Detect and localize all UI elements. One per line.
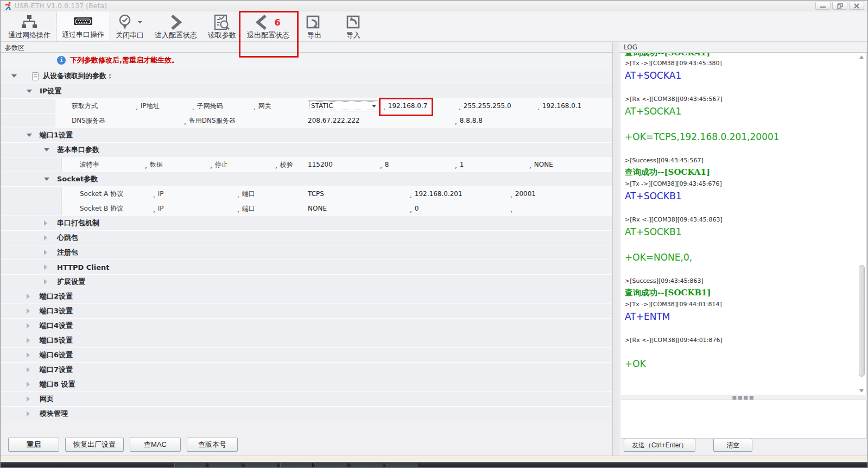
log-button-0[interactable]: 发送（Ctrl+Enter） <box>624 439 695 452</box>
tree-group-row[interactable]: 心跳包 <box>1 231 612 245</box>
log-scrollbar[interactable] <box>858 54 865 394</box>
chevron-collapsed-icon[interactable] <box>44 250 47 255</box>
log-input-splitter[interactable]: ■■■■ <box>619 395 867 400</box>
param-label: Socket B 协议 <box>80 204 153 213</box>
tree-group-row[interactable]: 网页 <box>1 392 612 407</box>
tree-group-row[interactable]: Socket参数 <box>1 172 612 187</box>
chevron-collapsed-icon[interactable] <box>44 279 47 284</box>
log-line-gap <box>625 324 858 335</box>
param-value[interactable]: 192.168.0.201 <box>410 190 510 198</box>
params-button-3[interactable]: 查版本号 <box>187 438 238 452</box>
clipped-text: 查询成功--[SOCKA1] <box>625 53 858 58</box>
scroll-up-icon[interactable] <box>859 55 864 59</box>
tree-root-label: 从设备读取到的参数： <box>43 71 113 81</box>
chevron-collapsed-icon[interactable] <box>44 220 47 226</box>
chevron-down-icon[interactable] <box>372 105 376 107</box>
tree-group-row[interactable]: 模块管理 <box>1 407 612 421</box>
tree-group-row[interactable]: 端口8 设置 <box>1 377 612 392</box>
tree-group-label: 模块管理 <box>40 409 68 419</box>
param-value[interactable]: 20001 <box>510 190 536 198</box>
window-title: USR-ETH V1.0.0.137 (Beta) <box>15 2 107 10</box>
chevron-collapsed-icon[interactable] <box>27 396 30 402</box>
chevron-down-icon[interactable] <box>138 21 142 23</box>
chevron-collapsed-icon[interactable] <box>44 264 47 270</box>
param-row: 获取方式IP地址子网掩码网关STATIC192.168.0.7255.255.2… <box>1 99 612 113</box>
restore-button[interactable] <box>832 2 847 10</box>
param-value[interactable]: 208.67.222.222 <box>308 117 455 124</box>
chevron-collapsed-icon[interactable] <box>27 338 30 343</box>
chevron-collapsed-icon[interactable] <box>27 367 30 372</box>
tree-group-row[interactable]: 注册包 <box>1 245 612 260</box>
serial-port-icon <box>73 13 93 30</box>
toolbar-button-import[interactable]: 导入 <box>334 11 373 41</box>
log-line-clip: 查询成功--[SOCKA1] <box>625 53 858 58</box>
params-button-1[interactable]: 恢复出厂设置 <box>65 438 124 452</box>
tree-group-row[interactable]: 端口7设置 <box>1 363 612 377</box>
param-value[interactable]: NONE <box>529 161 553 168</box>
tree-group-label: 端口4设置 <box>40 321 73 331</box>
log-line-rx: AT+SOCKA1 <box>625 104 858 118</box>
log-button-1[interactable]: 清空 <box>713 439 752 452</box>
param-value[interactable]: 0 <box>410 205 510 212</box>
tree-group-row[interactable]: 串口打包机制 <box>1 216 612 231</box>
chevron-collapsed-icon[interactable] <box>27 352 30 358</box>
param-label: 校验 <box>275 160 293 169</box>
tree-group-row[interactable]: 端口1设置 <box>1 128 612 143</box>
chevron-expanded-icon[interactable] <box>11 74 17 78</box>
toolbar-button-serial[interactable]: 通过串口操作 <box>56 11 110 41</box>
params-button-0[interactable]: 重启 <box>8 438 59 452</box>
scroll-down-icon[interactable] <box>859 389 864 393</box>
chevron-collapsed-icon[interactable] <box>27 411 30 416</box>
chevron-collapsed-icon[interactable] <box>27 294 30 299</box>
tree-group-row[interactable]: 端口3设置 <box>1 304 612 319</box>
chevron-collapsed-icon[interactable] <box>27 382 30 387</box>
param-value[interactable]: 255.255.255.0 <box>459 102 537 110</box>
dropdown-select[interactable]: STATIC <box>308 100 379 111</box>
toolbar-button-enter-config[interactable]: 进入配置状态 <box>149 11 202 41</box>
param-value[interactable]: TCPS <box>308 190 410 198</box>
param-value[interactable]: 192.168.0.7 <box>383 102 459 110</box>
tree-group-row[interactable]: 端口4设置 <box>1 319 612 333</box>
tree-group-row[interactable]: 端口2设置 <box>1 289 612 304</box>
param-value[interactable]: 115200 <box>308 161 380 168</box>
param-labels: Socket B 协议IP端口 <box>62 201 308 216</box>
param-value[interactable]: NONE <box>308 205 410 212</box>
chevron-expanded-icon[interactable] <box>27 90 32 93</box>
tree-root-row[interactable]: 从设备读取到的参数： <box>1 68 612 84</box>
toolbar-button-read-params[interactable]: 读取参数 <box>202 11 242 41</box>
chevron-expanded-icon[interactable] <box>27 134 32 137</box>
toolbar-button-net[interactable]: 通过网络操作 <box>3 11 56 41</box>
param-value[interactable] <box>510 205 515 212</box>
toolbar-button-export[interactable]: 导出 <box>295 11 334 41</box>
minimize-button[interactable] <box>815 2 831 10</box>
chevron-collapsed-icon[interactable] <box>44 235 47 241</box>
tree-group-row[interactable]: 端口5设置 <box>1 333 612 348</box>
scrollbar-thumb[interactable] <box>859 265 865 377</box>
toolbar-button-close-serial[interactable]: 关闭串口 <box>110 11 149 41</box>
toolbar-button-exit-config[interactable]: 6退出配置状态 <box>242 11 295 41</box>
param-value[interactable]: 8 <box>380 161 455 168</box>
chevron-expanded-icon[interactable] <box>44 178 49 181</box>
chevron-expanded-icon[interactable] <box>44 148 49 151</box>
close-button[interactable] <box>849 2 864 10</box>
param-value[interactable]: STATIC <box>308 100 383 111</box>
send-input[interactable] <box>620 400 867 439</box>
chevron-collapsed-icon[interactable] <box>27 323 30 328</box>
param-value-text: 0 <box>415 205 419 212</box>
tree-group-label: 端口1设置 <box>40 130 73 140</box>
param-labels: 获取方式IP地址子网掩码网关 <box>55 99 308 113</box>
tree-group-row[interactable]: 端口6设置 <box>1 348 612 363</box>
tree-group-row[interactable]: 扩展设置 <box>1 275 612 289</box>
tree-group-row[interactable]: HTTPD Client <box>1 260 612 275</box>
toolbar-button-label: 关闭串口 <box>116 31 144 40</box>
log-output-area[interactable]: 查询成功--[SOCKA1]>[Tx ->][COM38][09:43:45:3… <box>620 53 867 395</box>
param-value[interactable]: 8.8.8.8 <box>455 117 483 124</box>
param-value[interactable]: 192.168.0.1 <box>537 102 581 110</box>
tree-group-label: 串口打包机制 <box>57 218 99 228</box>
chevron-collapsed-icon[interactable] <box>27 308 30 314</box>
tree-group-row[interactable]: 基本串口参数 <box>1 143 612 157</box>
panel-splitter[interactable] <box>613 42 619 456</box>
tree-group-row[interactable]: IP设置 <box>1 84 612 99</box>
param-value[interactable]: 1 <box>455 161 529 168</box>
params-button-2[interactable]: 查MAC <box>130 438 181 452</box>
